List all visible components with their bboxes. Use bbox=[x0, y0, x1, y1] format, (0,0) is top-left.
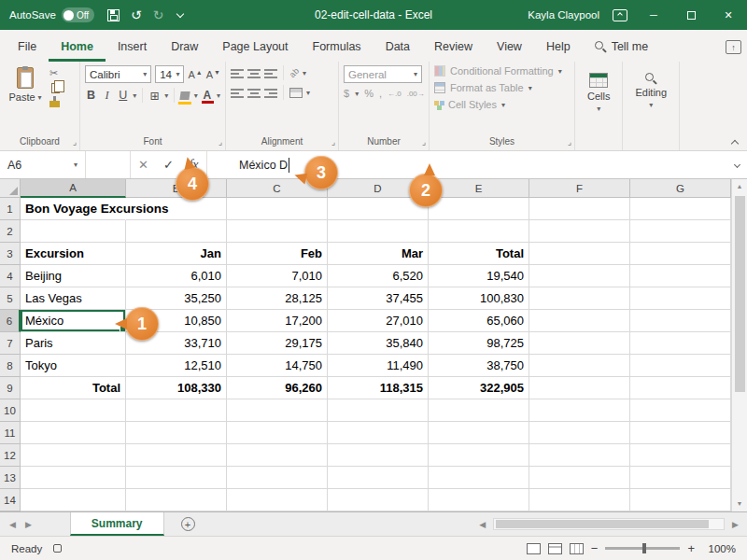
cell-C2[interactable] bbox=[227, 220, 328, 243]
cells-button[interactable]: Cells ▾ bbox=[580, 65, 617, 113]
cell-E12[interactable] bbox=[429, 444, 529, 467]
tab-review[interactable]: Review bbox=[422, 33, 485, 62]
chevron-down-icon[interactable]: ▾ bbox=[217, 91, 220, 100]
zoom-in-button[interactable]: + bbox=[687, 541, 695, 555]
cell-F2[interactable] bbox=[529, 220, 630, 243]
row-header-6[interactable]: 6 bbox=[0, 310, 21, 332]
cell-C3[interactable]: Feb bbox=[227, 243, 328, 265]
tab-help[interactable]: Help bbox=[534, 33, 583, 62]
row-header-4[interactable]: 4 bbox=[0, 265, 21, 287]
cell-B12[interactable] bbox=[126, 444, 227, 467]
vertical-scrollbar[interactable]: ▲ ▼ bbox=[731, 179, 747, 511]
cell-D9[interactable]: 118,315 bbox=[328, 377, 429, 399]
cell-G8[interactable] bbox=[630, 355, 731, 377]
bold-button[interactable]: B bbox=[85, 89, 97, 102]
cell-E1[interactable] bbox=[429, 198, 529, 220]
sheet-tab-summary[interactable]: Summary bbox=[70, 512, 164, 536]
zoom-slider[interactable] bbox=[605, 547, 680, 550]
cell-G10[interactable] bbox=[630, 399, 731, 422]
cell-F10[interactable] bbox=[529, 399, 630, 422]
cell-D12[interactable] bbox=[328, 444, 429, 467]
alignment-dialog-launcher-icon[interactable]: ⌟ bbox=[331, 138, 335, 147]
format-as-table-button[interactable]: Format as Table ▾ bbox=[434, 82, 570, 93]
tab-insert[interactable]: Insert bbox=[106, 33, 159, 62]
row-header-11[interactable]: 11 bbox=[0, 422, 21, 444]
cell-C8[interactable]: 14,750 bbox=[227, 355, 328, 377]
vertical-scroll-thumb[interactable] bbox=[735, 196, 745, 392]
cell-A12[interactable] bbox=[21, 444, 126, 467]
orientation-icon[interactable]: ab bbox=[288, 66, 301, 79]
cell-A11[interactable] bbox=[21, 422, 126, 444]
cell-B14[interactable] bbox=[126, 489, 227, 511]
cell-E14[interactable] bbox=[429, 489, 529, 511]
tab-page-layout[interactable]: Page Layout bbox=[210, 33, 300, 62]
tell-me-box[interactable]: Tell me bbox=[583, 33, 661, 62]
ribbon-display-options-icon[interactable] bbox=[613, 9, 627, 21]
cell-G14[interactable] bbox=[630, 489, 731, 511]
cell-D5[interactable]: 37,455 bbox=[328, 287, 429, 310]
customize-quick-access-toolbar-icon[interactable] bbox=[176, 9, 183, 17]
align-right-icon[interactable] bbox=[264, 88, 277, 98]
save-icon[interactable] bbox=[107, 9, 120, 21]
cell-G5[interactable] bbox=[630, 287, 731, 310]
normal-view-icon[interactable] bbox=[527, 543, 541, 554]
font-dialog-launcher-icon[interactable]: ⌟ bbox=[218, 138, 222, 147]
cell-D4[interactable]: 6,520 bbox=[328, 265, 429, 287]
cell-G4[interactable] bbox=[630, 265, 731, 287]
column-header-F[interactable]: F bbox=[529, 179, 630, 198]
cell-styles-button[interactable]: Cell Styles ▾ bbox=[434, 99, 570, 110]
cell-C1[interactable] bbox=[227, 198, 328, 220]
bottom-align-icon[interactable] bbox=[264, 68, 277, 78]
cell-E9[interactable]: 322,905 bbox=[429, 377, 529, 399]
cell-B10[interactable] bbox=[126, 399, 227, 422]
row-header-7[interactable]: 7 bbox=[0, 332, 21, 355]
cell-B11[interactable] bbox=[126, 422, 227, 444]
borders-icon[interactable]: ⊞ bbox=[148, 89, 161, 103]
select-all-corner[interactable] bbox=[0, 179, 21, 198]
row-header-12[interactable]: 12 bbox=[0, 444, 21, 467]
merge-center-icon[interactable] bbox=[289, 88, 303, 98]
cell-D6[interactable]: 27,010 bbox=[328, 310, 429, 332]
font-color-icon[interactable]: A bbox=[202, 89, 213, 102]
align-left-icon[interactable] bbox=[231, 88, 244, 98]
cell-A9[interactable]: Total bbox=[21, 377, 126, 399]
cell-E8[interactable]: 38,750 bbox=[429, 355, 529, 377]
cell-A3[interactable]: Excursion bbox=[21, 243, 126, 265]
number-format-select[interactable]: General▾ bbox=[344, 65, 422, 83]
cell-D10[interactable] bbox=[328, 399, 429, 422]
sheet-nav-left-icon[interactable]: ◀ bbox=[0, 512, 21, 536]
zoom-level[interactable]: 100% bbox=[702, 543, 736, 554]
row-header-2[interactable]: 2 bbox=[0, 220, 21, 243]
cell-D2[interactable] bbox=[328, 220, 429, 243]
editing-button[interactable]: Editing ▾ bbox=[627, 65, 674, 109]
horizontal-scroll-thumb[interactable] bbox=[496, 520, 709, 528]
cell-A14[interactable] bbox=[21, 489, 126, 511]
cell-E2[interactable] bbox=[429, 220, 529, 243]
page-break-view-icon[interactable] bbox=[570, 543, 584, 554]
new-sheet-button[interactable]: + bbox=[181, 517, 195, 531]
italic-button[interactable]: I bbox=[101, 89, 113, 103]
name-box[interactable]: A6 ▾ bbox=[0, 151, 86, 178]
cell-G2[interactable] bbox=[630, 220, 731, 243]
cell-F11[interactable] bbox=[529, 422, 630, 444]
row-header-3[interactable]: 3 bbox=[0, 243, 21, 265]
cell-F6[interactable] bbox=[529, 310, 630, 332]
copy-icon[interactable] bbox=[51, 83, 60, 93]
cell-A4[interactable]: Beijing bbox=[21, 265, 126, 287]
cell-G9[interactable] bbox=[630, 377, 731, 399]
cell-B9[interactable]: 108,330 bbox=[126, 377, 227, 399]
cell-A1[interactable]: Bon Voyage Excursions bbox=[21, 198, 126, 220]
cell-E10[interactable] bbox=[429, 399, 529, 422]
cell-C13[interactable] bbox=[227, 467, 328, 489]
undo-icon[interactable]: ↺ bbox=[131, 8, 142, 21]
top-align-icon[interactable] bbox=[231, 68, 244, 78]
autosave-toggle[interactable]: Off bbox=[62, 7, 94, 22]
paste-button[interactable]: Paste▾ bbox=[5, 65, 46, 107]
cell-D3[interactable]: Mar bbox=[328, 243, 429, 265]
cell-E4[interactable]: 19,540 bbox=[429, 265, 529, 287]
column-header-G[interactable]: G bbox=[630, 179, 731, 198]
cell-F12[interactable] bbox=[529, 444, 630, 467]
cell-C5[interactable]: 28,125 bbox=[227, 287, 328, 310]
cell-A5[interactable]: Las Vegas bbox=[21, 287, 126, 310]
hscroll-left-icon[interactable]: ◀ bbox=[474, 520, 490, 529]
